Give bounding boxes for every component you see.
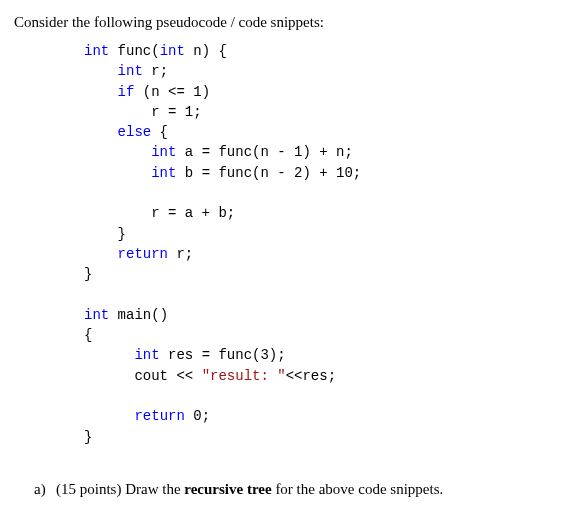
code-text: } [84, 429, 92, 445]
code-text: n) { [185, 43, 227, 59]
code-text: b = func(n - 2) + 10; [176, 165, 361, 181]
code-text: r; [143, 63, 168, 79]
kw-int: int [134, 347, 159, 363]
question-letter: a) [34, 479, 56, 500]
code-text: r = 1; [84, 104, 202, 120]
question-bold: recursive tree [184, 481, 271, 497]
code-text: } [84, 226, 126, 242]
code-text: 0; [185, 408, 210, 424]
code-text: { [84, 327, 92, 343]
question-points: (15 points) Draw the [56, 481, 184, 497]
code-text: a = func(n - 1) + n; [176, 144, 352, 160]
kw-int: int [118, 63, 143, 79]
code-text: main() [109, 307, 168, 323]
code-text: r; [168, 246, 193, 262]
kw-int: int [151, 165, 176, 181]
question-body: (15 points) Draw the recursive tree for … [56, 479, 554, 500]
code-text: func( [109, 43, 159, 59]
code-text: } [84, 266, 92, 282]
kw-int: int [151, 144, 176, 160]
code-text: cout << [84, 368, 202, 384]
kw-return: return [118, 246, 168, 262]
question-a: a) (15 points) Draw the recursive tree f… [34, 479, 554, 500]
prompt-text: Consider the following pseudocode / code… [14, 12, 554, 33]
kw-return: return [134, 408, 184, 424]
kw-else: else [118, 124, 152, 140]
question-after: for the above code snippets. [272, 481, 444, 497]
kw-int: int [84, 307, 109, 323]
kw-int: int [84, 43, 109, 59]
code-text: (n <= 1) [134, 84, 210, 100]
kw-int: int [160, 43, 185, 59]
code-text: { [151, 124, 168, 140]
code-text: r = a + b; [84, 205, 235, 221]
string-literal: "result: " [202, 368, 286, 384]
code-text: <<res; [286, 368, 336, 384]
code-text: res = func(3); [160, 347, 286, 363]
kw-if: if [118, 84, 135, 100]
code-block: int func(int n) { int r; if (n <= 1) r =… [84, 41, 554, 447]
